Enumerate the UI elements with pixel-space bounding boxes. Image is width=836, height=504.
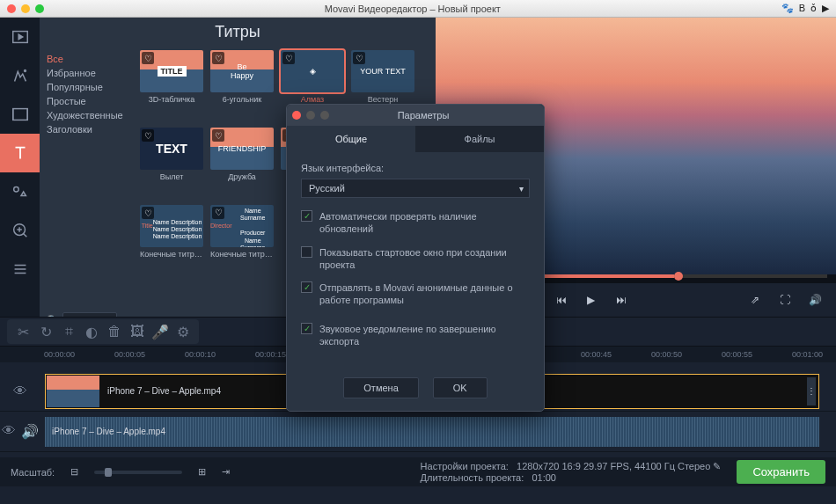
favorite-icon[interactable]: ♡ bbox=[212, 52, 224, 64]
svg-rect-2 bbox=[12, 109, 27, 121]
search-input[interactable] bbox=[62, 312, 117, 317]
category-item[interactable]: Избранное bbox=[47, 66, 129, 80]
title-thumb[interactable]: ♡BeHappy6-угольник bbox=[210, 50, 274, 121]
checkbox-sound[interactable] bbox=[301, 323, 312, 334]
preferences-dialog: Параметры Общие Файлы Язык интерфейса: Р… bbox=[286, 104, 545, 412]
window-titlebar: Movavi Видеоредактор – Новый проект 🐾 В … bbox=[0, 0, 836, 18]
title-thumb[interactable]: ♡FRIENDSHIPДружба bbox=[210, 128, 274, 198]
window-title: Movavi Видеоредактор – Новый проект bbox=[44, 4, 781, 14]
panel-header: Титры bbox=[40, 18, 436, 47]
category-item[interactable]: Художественные bbox=[47, 108, 129, 122]
left-toolbar bbox=[0, 18, 40, 317]
dialog-close-button[interactable] bbox=[292, 111, 301, 120]
window-minimize-button[interactable] bbox=[21, 4, 30, 13]
ok-button[interactable]: OK bbox=[433, 377, 488, 398]
checkbox-startup[interactable] bbox=[301, 246, 312, 258]
zoom-tool[interactable] bbox=[0, 211, 40, 250]
play-button[interactable]: ▶ bbox=[581, 289, 602, 310]
vk-icon[interactable]: В bbox=[799, 3, 805, 14]
language-label: Язык интерфейса: bbox=[301, 163, 530, 173]
cut-button[interactable]: ✂ bbox=[14, 323, 32, 340]
dialog-min-button bbox=[306, 111, 315, 120]
volume-button[interactable]: 🔊 bbox=[804, 289, 825, 310]
svg-point-1 bbox=[24, 70, 26, 72]
favorite-icon[interactable]: ♡ bbox=[142, 129, 154, 142]
mic-button[interactable]: 🎤 bbox=[151, 323, 169, 340]
color-button[interactable]: ◐ bbox=[83, 323, 100, 340]
title-thumb[interactable]: ♡TitleName DescriptionName DescriptionNa… bbox=[140, 205, 203, 275]
language-select[interactable]: Русский bbox=[301, 179, 530, 198]
category-item[interactable]: Популярные bbox=[47, 80, 129, 94]
image-button[interactable]: 🖼 bbox=[128, 323, 146, 340]
svg-point-3 bbox=[13, 187, 18, 193]
stickers-tool[interactable] bbox=[0, 172, 40, 211]
tab-files[interactable]: Файлы bbox=[415, 126, 544, 152]
search-clear-icon[interactable]: ✕ bbox=[121, 314, 129, 317]
title-thumb[interactable]: ♡TITLE3D-табличка bbox=[140, 50, 203, 121]
fullscreen-button[interactable]: ⛶ bbox=[774, 289, 796, 310]
category-list: Все Избранное Популярные Простые Художес… bbox=[40, 47, 136, 317]
more-tool[interactable] bbox=[0, 250, 40, 289]
edit-settings-icon[interactable]: ✎ bbox=[713, 461, 721, 471]
import-tool[interactable] bbox=[0, 18, 40, 56]
save-button[interactable]: Сохранить bbox=[737, 460, 825, 484]
dialog-max-button bbox=[320, 111, 329, 120]
audio-clip[interactable]: iPhone 7 – Dive – Apple.mp4 bbox=[45, 417, 819, 447]
scale-out-icon[interactable]: ⊟ bbox=[70, 466, 78, 478]
clip-handle-icon[interactable]: ⋮ bbox=[807, 377, 816, 405]
rotate-button[interactable]: ↻ bbox=[37, 323, 55, 340]
cancel-button[interactable]: Отмена bbox=[343, 377, 418, 398]
favorite-icon[interactable]: ♡ bbox=[142, 52, 154, 64]
title-thumb[interactable]: ♡TEXTВылет bbox=[140, 128, 203, 198]
dialog-title: Параметры bbox=[329, 110, 544, 121]
title-thumb[interactable]: ♡DirectorName SurnameProducerName Surnam… bbox=[210, 205, 274, 275]
tab-general[interactable]: Общие bbox=[287, 126, 415, 152]
crop-button[interactable]: ⌗ bbox=[60, 323, 77, 340]
scale-in-icon[interactable]: ⊞ bbox=[198, 466, 206, 478]
checkbox-anon-data[interactable] bbox=[301, 281, 312, 293]
favorite-icon[interactable]: ♡ bbox=[142, 207, 154, 219]
next-frame-button[interactable]: ⏭ bbox=[611, 289, 632, 310]
eye-icon[interactable]: 👁 bbox=[2, 423, 16, 440]
delete-button[interactable]: 🗑 bbox=[106, 323, 123, 340]
audio-track[interactable]: 👁🔊 iPhone 7 – Dive – Apple.mp4 bbox=[0, 412, 836, 452]
speaker-icon[interactable]: 🔊 bbox=[21, 423, 39, 440]
category-item[interactable]: Простые bbox=[47, 94, 129, 108]
search-icon: 🔍 bbox=[47, 315, 59, 318]
filters-tool[interactable] bbox=[0, 56, 40, 95]
category-item[interactable]: Все bbox=[47, 52, 129, 66]
window-close-button[interactable] bbox=[7, 4, 16, 13]
window-maximize-button[interactable] bbox=[35, 4, 44, 13]
favorite-icon[interactable]: ♡ bbox=[353, 52, 365, 64]
favorite-icon[interactable]: ♡ bbox=[212, 207, 224, 219]
eye-icon[interactable]: 👁 bbox=[13, 383, 27, 399]
favorite-icon[interactable]: ♡ bbox=[212, 129, 224, 142]
export-button[interactable]: ⇗ bbox=[744, 289, 766, 310]
scale-label: Масштаб: bbox=[11, 467, 55, 478]
paw-icon[interactable]: 🐾 bbox=[781, 3, 794, 14]
transitions-tool[interactable] bbox=[0, 95, 40, 134]
settings-button[interactable]: ⚙ bbox=[174, 323, 192, 340]
statusbar: Масштаб: ⊟ ⊞ ⇥ Настройки проекта: 1280x7… bbox=[0, 457, 836, 486]
titles-tool[interactable] bbox=[0, 134, 40, 172]
scale-slider[interactable] bbox=[94, 471, 182, 474]
prev-frame-button[interactable]: ⏮ bbox=[551, 289, 572, 310]
youtube-icon[interactable]: ▶ bbox=[822, 3, 829, 14]
favorite-icon[interactable]: ♡ bbox=[282, 52, 295, 64]
checkbox-updates[interactable] bbox=[301, 210, 312, 222]
fit-icon[interactable]: ⇥ bbox=[222, 466, 230, 478]
category-item[interactable]: Заголовки bbox=[47, 122, 129, 136]
menubar-social-icons: 🐾 В ǒ ▶ bbox=[781, 3, 836, 14]
ok-icon[interactable]: ǒ bbox=[810, 3, 817, 14]
